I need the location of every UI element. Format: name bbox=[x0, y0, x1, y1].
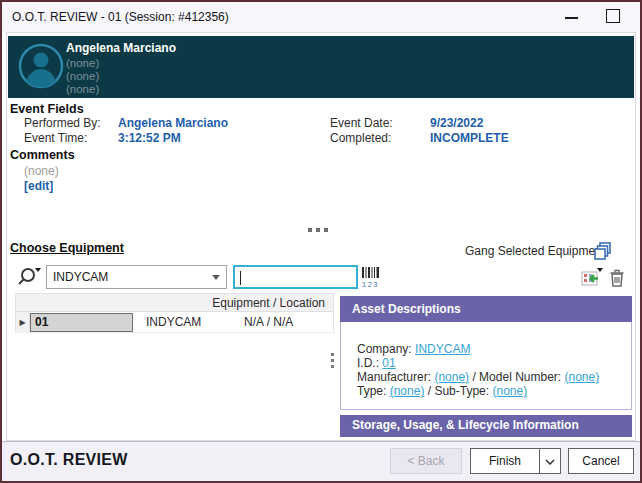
event-date-value: 9/23/2022 bbox=[430, 116, 483, 130]
choose-equipment-heading: Choose Equipment bbox=[10, 241, 124, 255]
subtype-label: Sub-Type: bbox=[434, 384, 489, 398]
completed-value: INCOMPLETE bbox=[430, 131, 509, 145]
gang-selected-label: Gang Selected Equipment bbox=[465, 244, 605, 258]
row-selector-arrow-icon: ▶ bbox=[16, 312, 30, 333]
banner-detail-line: (none) bbox=[66, 70, 99, 82]
event-fields-heading: Event Fields bbox=[10, 102, 84, 116]
performed-by-value: Angelena Marciano bbox=[118, 116, 228, 130]
horizontal-splitter-grip[interactable] bbox=[308, 228, 334, 232]
comments-edit-link[interactable]: [edit] bbox=[24, 179, 53, 193]
trash-icon[interactable] bbox=[608, 268, 626, 288]
company-link[interactable]: INDYCAM bbox=[415, 342, 470, 356]
cancel-button[interactable]: Cancel bbox=[568, 448, 634, 474]
maximize-icon[interactable] bbox=[606, 9, 620, 23]
user-avatar-icon bbox=[18, 43, 64, 89]
gang-copies-icon[interactable] bbox=[593, 242, 613, 261]
oot-review-dialog: O.O.T. REVIEW - 01 (Session: #412356) An… bbox=[0, 0, 642, 483]
model-number-link[interactable]: (none) bbox=[564, 370, 599, 384]
performed-by-label: Performed By: bbox=[24, 116, 101, 130]
barcode-digits: 123 bbox=[362, 280, 379, 288]
table-row[interactable]: ▶ 01 INDYCAM N/A / N/A bbox=[16, 312, 333, 333]
manufacturer-label: Manufacturer: bbox=[357, 370, 431, 384]
completed-label: Completed: bbox=[330, 131, 391, 145]
equipment-id-cell[interactable]: 01 bbox=[30, 313, 133, 332]
banner-detail-line: (none) bbox=[66, 83, 99, 95]
equipment-search-input[interactable] bbox=[233, 265, 358, 289]
equipment-grid: Equipment / Location ▶ 01 INDYCAM N/A / … bbox=[15, 293, 334, 333]
event-date-label: Event Date: bbox=[330, 116, 393, 130]
comments-value: (none) bbox=[24, 164, 59, 178]
equipment-combobox[interactable]: INDYCAM bbox=[46, 265, 227, 289]
separator: / bbox=[428, 384, 431, 398]
grid-import-icon[interactable] bbox=[578, 267, 604, 289]
vertical-splitter-grip[interactable] bbox=[331, 353, 335, 373]
separator: / bbox=[472, 370, 475, 384]
barcode-icon[interactable]: 123 bbox=[361, 266, 383, 288]
equipment-location-column-header: Equipment / Location bbox=[212, 296, 325, 310]
finish-button[interactable]: Finish bbox=[470, 448, 540, 474]
banner-detail-line: (none) bbox=[66, 57, 99, 69]
id-label: I.D.: bbox=[357, 356, 379, 370]
chevron-down-icon bbox=[212, 275, 220, 280]
equipment-combobox-value: INDYCAM bbox=[53, 270, 212, 284]
back-button[interactable]: < Back bbox=[390, 448, 462, 474]
comments-heading: Comments bbox=[10, 148, 75, 162]
type-link[interactable]: (none) bbox=[390, 384, 425, 398]
title-bar[interactable]: O.O.T. REVIEW - 01 (Session: #412356) bbox=[2, 2, 640, 32]
asset-descriptions-body: Company: INDYCAM I.D.: 01 Manufacturer: … bbox=[340, 322, 632, 410]
storage-usage-lifecycle-header: Storage, Usage, & Lifecycle Information bbox=[340, 415, 632, 437]
search-icon[interactable] bbox=[16, 265, 42, 289]
id-link[interactable]: 01 bbox=[382, 356, 395, 370]
equipment-name-cell: INDYCAM bbox=[146, 315, 201, 329]
minimize-glyph bbox=[565, 17, 578, 19]
grid-header-row[interactable]: Equipment / Location bbox=[16, 294, 333, 312]
type-label: Type: bbox=[357, 384, 386, 398]
window-title: O.O.T. REVIEW - 01 (Session: #412356) bbox=[12, 10, 229, 24]
finish-dropdown-chevron-icon[interactable] bbox=[539, 448, 561, 474]
company-label: Company: bbox=[357, 342, 412, 356]
manufacturer-link[interactable]: (none) bbox=[434, 370, 469, 384]
model-number-label: Model Number: bbox=[479, 370, 561, 384]
banner-user-name: Angelena Marciano bbox=[66, 41, 176, 55]
minimize-icon[interactable] bbox=[562, 8, 582, 26]
equipment-location-cell: N/A / N/A bbox=[244, 315, 293, 329]
subtype-link[interactable]: (none) bbox=[492, 384, 527, 398]
text-caret bbox=[240, 271, 241, 285]
event-time-label: Event Time: bbox=[24, 131, 87, 145]
event-time-value: 3:12:52 PM bbox=[118, 131, 181, 145]
footer-title: O.O.T. REVIEW bbox=[10, 451, 128, 469]
asset-descriptions-header: Asset Descriptions bbox=[340, 296, 632, 322]
